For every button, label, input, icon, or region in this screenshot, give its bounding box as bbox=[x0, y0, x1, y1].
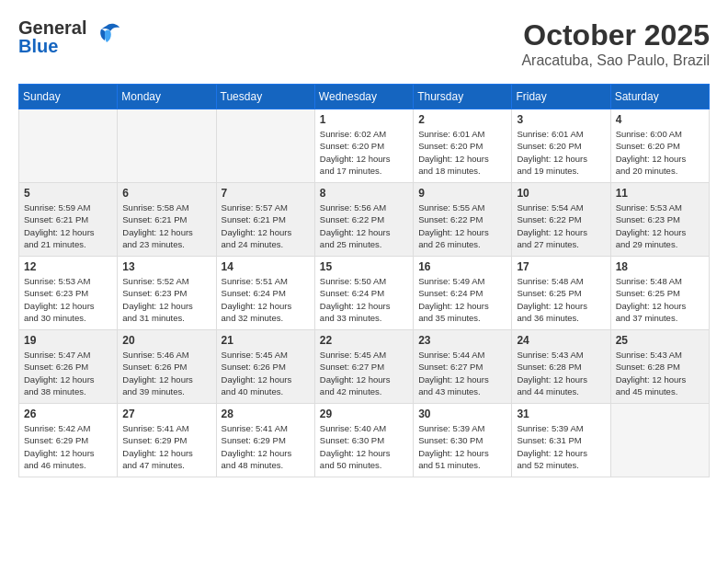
day-number: 13 bbox=[122, 260, 210, 273]
day-number: 5 bbox=[24, 187, 112, 200]
day-info: Sunrise: 5:39 AM Sunset: 6:31 PM Dayligh… bbox=[517, 422, 605, 471]
day-info: Sunrise: 5:40 AM Sunset: 6:30 PM Dayligh… bbox=[320, 422, 408, 471]
day-number: 15 bbox=[320, 260, 408, 273]
calendar-day-cell: 7Sunrise: 5:57 AM Sunset: 6:21 PM Daylig… bbox=[216, 183, 314, 257]
month-title: October 2025 bbox=[521, 18, 710, 52]
calendar-day-cell: 26Sunrise: 5:42 AM Sunset: 6:29 PM Dayli… bbox=[19, 404, 118, 477]
day-info: Sunrise: 6:01 AM Sunset: 6:20 PM Dayligh… bbox=[517, 128, 605, 177]
day-number: 31 bbox=[517, 408, 605, 420]
calendar-day-cell: 17Sunrise: 5:48 AM Sunset: 6:25 PM Dayli… bbox=[512, 257, 610, 330]
day-info: Sunrise: 5:43 AM Sunset: 6:28 PM Dayligh… bbox=[517, 349, 605, 397]
calendar-day-cell: 28Sunrise: 5:41 AM Sunset: 6:29 PM Dayli… bbox=[216, 404, 314, 477]
day-info: Sunrise: 5:41 AM Sunset: 6:29 PM Dayligh… bbox=[122, 422, 210, 471]
day-info: Sunrise: 6:02 AM Sunset: 6:20 PM Dayligh… bbox=[320, 128, 408, 177]
weekday-header-thursday: Thursday bbox=[414, 85, 512, 109]
day-number: 22 bbox=[320, 334, 408, 347]
calendar-day-cell: 24Sunrise: 5:43 AM Sunset: 6:28 PM Dayli… bbox=[512, 330, 610, 404]
weekday-header-wednesday: Wednesday bbox=[314, 85, 413, 109]
calendar-table: SundayMondayTuesdayWednesdayThursdayFrid… bbox=[18, 84, 710, 477]
day-number: 16 bbox=[418, 260, 506, 273]
day-info: Sunrise: 5:52 AM Sunset: 6:23 PM Dayligh… bbox=[122, 275, 210, 324]
calendar-day-cell: 2Sunrise: 6:01 AM Sunset: 6:20 PM Daylig… bbox=[414, 109, 512, 183]
day-info: Sunrise: 5:46 AM Sunset: 6:26 PM Dayligh… bbox=[122, 349, 210, 397]
day-number: 23 bbox=[418, 334, 506, 347]
day-info: Sunrise: 5:50 AM Sunset: 6:24 PM Dayligh… bbox=[320, 275, 408, 324]
weekday-header-sunday: Sunday bbox=[19, 85, 118, 109]
day-info: Sunrise: 5:48 AM Sunset: 6:25 PM Dayligh… bbox=[517, 275, 605, 324]
calendar-day-cell: 31Sunrise: 5:39 AM Sunset: 6:31 PM Dayli… bbox=[512, 404, 610, 477]
calendar-day-cell: 18Sunrise: 5:48 AM Sunset: 6:25 PM Dayli… bbox=[610, 257, 709, 330]
day-info: Sunrise: 5:42 AM Sunset: 6:29 PM Dayligh… bbox=[24, 422, 112, 471]
calendar-week-row: 5Sunrise: 5:59 AM Sunset: 6:21 PM Daylig… bbox=[19, 183, 710, 257]
day-number: 25 bbox=[616, 334, 704, 347]
day-info: Sunrise: 5:39 AM Sunset: 6:30 PM Dayligh… bbox=[418, 422, 506, 471]
calendar-week-row: 26Sunrise: 5:42 AM Sunset: 6:29 PM Dayli… bbox=[19, 404, 710, 477]
calendar-day-cell: 13Sunrise: 5:52 AM Sunset: 6:23 PM Dayli… bbox=[118, 257, 216, 330]
calendar-day-cell: 20Sunrise: 5:46 AM Sunset: 6:26 PM Dayli… bbox=[118, 330, 216, 404]
day-info: Sunrise: 5:53 AM Sunset: 6:23 PM Dayligh… bbox=[616, 201, 704, 250]
day-number: 6 bbox=[122, 187, 210, 200]
day-number: 19 bbox=[24, 334, 112, 347]
day-number: 9 bbox=[418, 187, 506, 200]
day-info: Sunrise: 5:47 AM Sunset: 6:26 PM Dayligh… bbox=[24, 349, 112, 397]
logo-bird-icon bbox=[92, 22, 121, 48]
day-info: Sunrise: 5:43 AM Sunset: 6:28 PM Dayligh… bbox=[616, 349, 704, 397]
weekday-header-row: SundayMondayTuesdayWednesdayThursdayFrid… bbox=[19, 85, 710, 109]
day-number: 26 bbox=[24, 408, 112, 420]
calendar-empty-cell bbox=[610, 404, 709, 477]
day-number: 24 bbox=[517, 334, 605, 347]
calendar-day-cell: 3Sunrise: 6:01 AM Sunset: 6:20 PM Daylig… bbox=[512, 109, 610, 183]
calendar-empty-cell bbox=[19, 109, 118, 183]
day-info: Sunrise: 5:44 AM Sunset: 6:27 PM Dayligh… bbox=[418, 349, 506, 397]
day-info: Sunrise: 5:53 AM Sunset: 6:23 PM Dayligh… bbox=[24, 275, 112, 324]
day-info: Sunrise: 5:57 AM Sunset: 6:21 PM Dayligh… bbox=[222, 201, 310, 250]
calendar-day-cell: 11Sunrise: 5:53 AM Sunset: 6:23 PM Dayli… bbox=[610, 183, 709, 257]
logo-general: General bbox=[18, 18, 86, 37]
calendar-day-cell: 8Sunrise: 5:56 AM Sunset: 6:22 PM Daylig… bbox=[314, 183, 413, 257]
calendar-day-cell: 16Sunrise: 5:49 AM Sunset: 6:24 PM Dayli… bbox=[414, 257, 512, 330]
day-number: 8 bbox=[320, 187, 408, 200]
logo-blue: Blue bbox=[18, 37, 86, 55]
day-info: Sunrise: 5:58 AM Sunset: 6:21 PM Dayligh… bbox=[122, 201, 210, 250]
day-number: 28 bbox=[222, 408, 310, 420]
day-number: 29 bbox=[320, 408, 408, 420]
day-info: Sunrise: 5:45 AM Sunset: 6:26 PM Dayligh… bbox=[222, 349, 310, 397]
day-number: 30 bbox=[418, 408, 506, 420]
day-info: Sunrise: 5:48 AM Sunset: 6:25 PM Dayligh… bbox=[616, 275, 704, 324]
calendar-week-row: 19Sunrise: 5:47 AM Sunset: 6:26 PM Dayli… bbox=[19, 330, 710, 404]
calendar-day-cell: 6Sunrise: 5:58 AM Sunset: 6:21 PM Daylig… bbox=[118, 183, 216, 257]
calendar-day-cell: 29Sunrise: 5:40 AM Sunset: 6:30 PM Dayli… bbox=[314, 404, 413, 477]
page-header: General Blue October 2025 Aracatuba, Sao… bbox=[18, 18, 710, 69]
calendar-day-cell: 23Sunrise: 5:44 AM Sunset: 6:27 PM Dayli… bbox=[414, 330, 512, 404]
calendar-day-cell: 22Sunrise: 5:45 AM Sunset: 6:27 PM Dayli… bbox=[314, 330, 413, 404]
day-number: 2 bbox=[418, 113, 506, 126]
day-info: Sunrise: 5:45 AM Sunset: 6:27 PM Dayligh… bbox=[320, 349, 408, 397]
day-number: 27 bbox=[122, 408, 210, 420]
day-number: 1 bbox=[320, 113, 408, 126]
calendar-day-cell: 15Sunrise: 5:50 AM Sunset: 6:24 PM Dayli… bbox=[314, 257, 413, 330]
day-info: Sunrise: 5:54 AM Sunset: 6:22 PM Dayligh… bbox=[517, 201, 605, 250]
subtitle: Aracatuba, Sao Paulo, Brazil bbox=[521, 52, 710, 69]
day-number: 11 bbox=[616, 187, 704, 200]
weekday-header-monday: Monday bbox=[118, 85, 216, 109]
calendar-day-cell: 30Sunrise: 5:39 AM Sunset: 6:30 PM Dayli… bbox=[414, 404, 512, 477]
calendar-day-cell: 12Sunrise: 5:53 AM Sunset: 6:23 PM Dayli… bbox=[19, 257, 118, 330]
calendar-week-row: 1Sunrise: 6:02 AM Sunset: 6:20 PM Daylig… bbox=[19, 109, 710, 183]
day-info: Sunrise: 6:00 AM Sunset: 6:20 PM Dayligh… bbox=[616, 128, 704, 177]
day-info: Sunrise: 6:01 AM Sunset: 6:20 PM Dayligh… bbox=[418, 128, 506, 177]
calendar-day-cell: 9Sunrise: 5:55 AM Sunset: 6:22 PM Daylig… bbox=[414, 183, 512, 257]
calendar-day-cell: 25Sunrise: 5:43 AM Sunset: 6:28 PM Dayli… bbox=[610, 330, 709, 404]
day-number: 17 bbox=[517, 260, 605, 273]
day-number: 18 bbox=[616, 260, 704, 273]
calendar-day-cell: 1Sunrise: 6:02 AM Sunset: 6:20 PM Daylig… bbox=[314, 109, 413, 183]
day-number: 12 bbox=[24, 260, 112, 273]
calendar-empty-cell bbox=[118, 109, 216, 183]
day-info: Sunrise: 5:55 AM Sunset: 6:22 PM Dayligh… bbox=[418, 201, 506, 250]
calendar-day-cell: 27Sunrise: 5:41 AM Sunset: 6:29 PM Dayli… bbox=[118, 404, 216, 477]
calendar-empty-cell bbox=[216, 109, 314, 183]
weekday-header-saturday: Saturday bbox=[610, 85, 709, 109]
weekday-header-tuesday: Tuesday bbox=[216, 85, 314, 109]
day-number: 14 bbox=[222, 260, 310, 273]
day-number: 4 bbox=[616, 113, 704, 126]
calendar-day-cell: 10Sunrise: 5:54 AM Sunset: 6:22 PM Dayli… bbox=[512, 183, 610, 257]
